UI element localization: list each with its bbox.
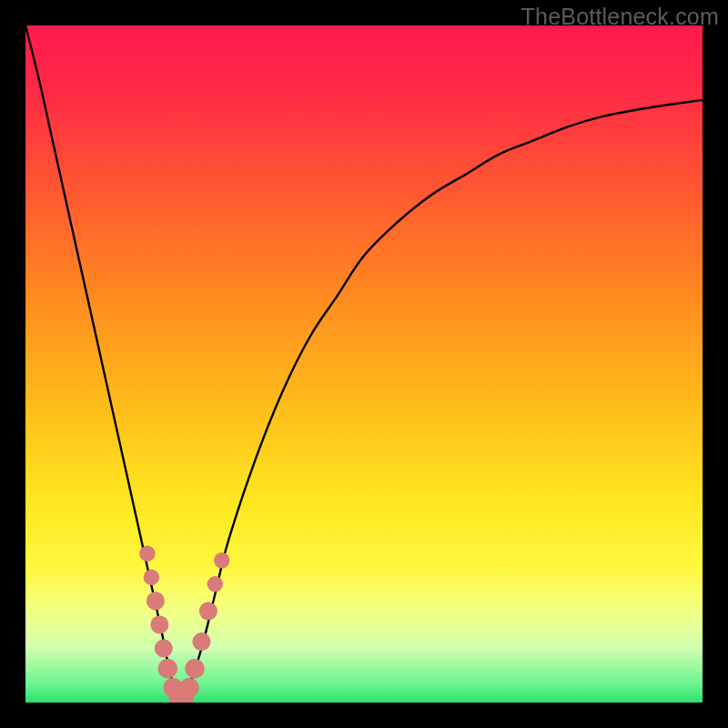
marker-dot [155, 639, 173, 657]
marker-dot [179, 678, 198, 697]
marker-dot [214, 552, 229, 568]
chart-svg [25, 25, 703, 703]
marker-dot [158, 659, 177, 678]
plot-area [25, 25, 703, 703]
gradient-background [25, 25, 703, 703]
marker-dot [192, 632, 210, 651]
marker-dot [199, 602, 217, 621]
marker-dot [150, 615, 168, 633]
marker-dot [147, 592, 165, 610]
marker-dot [139, 546, 155, 561]
outer-frame: TheBottleneck.com [0, 0, 728, 728]
marker-dot [144, 570, 159, 585]
marker-dot [185, 659, 204, 678]
marker-dot [207, 576, 223, 592]
